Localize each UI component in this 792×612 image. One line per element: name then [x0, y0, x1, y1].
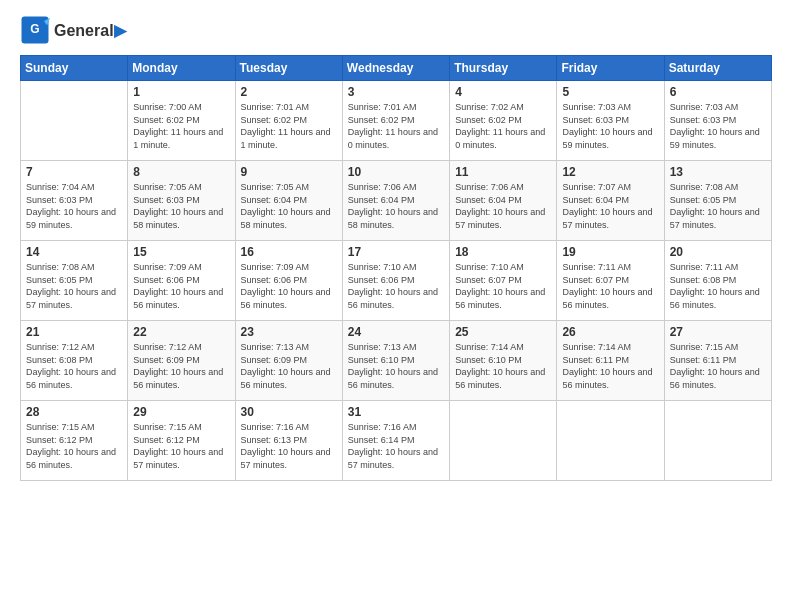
sunset-text: Sunset: 6:04 PM	[241, 195, 308, 205]
calendar-cell: 29 Sunrise: 7:15 AM Sunset: 6:12 PM Dayl…	[128, 401, 235, 481]
sunset-text: Sunset: 6:04 PM	[455, 195, 522, 205]
calendar-cell: 22 Sunrise: 7:12 AM Sunset: 6:09 PM Dayl…	[128, 321, 235, 401]
sunset-text: Sunset: 6:06 PM	[348, 275, 415, 285]
calendar-week-row: 28 Sunrise: 7:15 AM Sunset: 6:12 PM Dayl…	[21, 401, 772, 481]
day-info: Sunrise: 7:13 AM Sunset: 6:09 PM Dayligh…	[241, 341, 337, 391]
sunset-text: Sunset: 6:04 PM	[562, 195, 629, 205]
day-number: 30	[241, 405, 337, 419]
weekday-header: Friday	[557, 56, 664, 81]
day-info: Sunrise: 7:15 AM Sunset: 6:12 PM Dayligh…	[133, 421, 229, 471]
sunrise-text: Sunrise: 7:07 AM	[562, 182, 631, 192]
logo-icon: G	[20, 15, 50, 45]
calendar-cell: 16 Sunrise: 7:09 AM Sunset: 6:06 PM Dayl…	[235, 241, 342, 321]
sunset-text: Sunset: 6:10 PM	[455, 355, 522, 365]
day-info: Sunrise: 7:09 AM Sunset: 6:06 PM Dayligh…	[133, 261, 229, 311]
sunrise-text: Sunrise: 7:05 AM	[133, 182, 202, 192]
day-info: Sunrise: 7:16 AM Sunset: 6:14 PM Dayligh…	[348, 421, 444, 471]
sunset-text: Sunset: 6:10 PM	[348, 355, 415, 365]
calendar-page: G General▶ SundayMondayTuesdayWednesdayT…	[0, 0, 792, 612]
day-number: 31	[348, 405, 444, 419]
day-number: 2	[241, 85, 337, 99]
day-info: Sunrise: 7:12 AM Sunset: 6:09 PM Dayligh…	[133, 341, 229, 391]
day-number: 24	[348, 325, 444, 339]
sunset-text: Sunset: 6:08 PM	[670, 275, 737, 285]
sunset-text: Sunset: 6:09 PM	[133, 355, 200, 365]
sunrise-text: Sunrise: 7:01 AM	[241, 102, 310, 112]
day-number: 12	[562, 165, 658, 179]
calendar-cell: 25 Sunrise: 7:14 AM Sunset: 6:10 PM Dayl…	[450, 321, 557, 401]
daylight-text: Daylight: 10 hours and 58 minutes.	[241, 207, 331, 230]
daylight-text: Daylight: 10 hours and 57 minutes.	[670, 207, 760, 230]
sunset-text: Sunset: 6:12 PM	[26, 435, 93, 445]
weekday-header: Monday	[128, 56, 235, 81]
sunset-text: Sunset: 6:07 PM	[562, 275, 629, 285]
day-number: 10	[348, 165, 444, 179]
calendar-cell: 7 Sunrise: 7:04 AM Sunset: 6:03 PM Dayli…	[21, 161, 128, 241]
daylight-text: Daylight: 10 hours and 56 minutes.	[562, 287, 652, 310]
day-number: 9	[241, 165, 337, 179]
sunrise-text: Sunrise: 7:11 AM	[562, 262, 631, 272]
sunrise-text: Sunrise: 7:16 AM	[241, 422, 310, 432]
sunrise-text: Sunrise: 7:08 AM	[26, 262, 95, 272]
daylight-text: Daylight: 10 hours and 56 minutes.	[670, 287, 760, 310]
day-number: 5	[562, 85, 658, 99]
day-info: Sunrise: 7:07 AM Sunset: 6:04 PM Dayligh…	[562, 181, 658, 231]
day-number: 25	[455, 325, 551, 339]
day-number: 11	[455, 165, 551, 179]
calendar-cell	[21, 81, 128, 161]
weekday-header: Tuesday	[235, 56, 342, 81]
day-info: Sunrise: 7:15 AM Sunset: 6:12 PM Dayligh…	[26, 421, 122, 471]
sunrise-text: Sunrise: 7:15 AM	[670, 342, 739, 352]
sunset-text: Sunset: 6:11 PM	[670, 355, 737, 365]
sunrise-text: Sunrise: 7:10 AM	[455, 262, 524, 272]
day-info: Sunrise: 7:08 AM Sunset: 6:05 PM Dayligh…	[26, 261, 122, 311]
daylight-text: Daylight: 10 hours and 58 minutes.	[133, 207, 223, 230]
day-number: 8	[133, 165, 229, 179]
calendar-cell: 9 Sunrise: 7:05 AM Sunset: 6:04 PM Dayli…	[235, 161, 342, 241]
day-info: Sunrise: 7:04 AM Sunset: 6:03 PM Dayligh…	[26, 181, 122, 231]
calendar-cell: 6 Sunrise: 7:03 AM Sunset: 6:03 PM Dayli…	[664, 81, 771, 161]
daylight-text: Daylight: 11 hours and 1 minute.	[241, 127, 331, 150]
day-number: 26	[562, 325, 658, 339]
day-info: Sunrise: 7:16 AM Sunset: 6:13 PM Dayligh…	[241, 421, 337, 471]
daylight-text: Daylight: 10 hours and 57 minutes.	[133, 447, 223, 470]
calendar-week-row: 14 Sunrise: 7:08 AM Sunset: 6:05 PM Dayl…	[21, 241, 772, 321]
calendar-cell: 5 Sunrise: 7:03 AM Sunset: 6:03 PM Dayli…	[557, 81, 664, 161]
day-number: 28	[26, 405, 122, 419]
sunrise-text: Sunrise: 7:15 AM	[26, 422, 95, 432]
sunset-text: Sunset: 6:04 PM	[348, 195, 415, 205]
sunset-text: Sunset: 6:12 PM	[133, 435, 200, 445]
calendar-cell: 13 Sunrise: 7:08 AM Sunset: 6:05 PM Dayl…	[664, 161, 771, 241]
daylight-text: Daylight: 10 hours and 58 minutes.	[348, 207, 438, 230]
day-info: Sunrise: 7:01 AM Sunset: 6:02 PM Dayligh…	[348, 101, 444, 151]
calendar-cell: 21 Sunrise: 7:12 AM Sunset: 6:08 PM Dayl…	[21, 321, 128, 401]
daylight-text: Daylight: 10 hours and 59 minutes.	[670, 127, 760, 150]
daylight-text: Daylight: 10 hours and 57 minutes.	[26, 287, 116, 310]
calendar-cell: 31 Sunrise: 7:16 AM Sunset: 6:14 PM Dayl…	[342, 401, 449, 481]
daylight-text: Daylight: 10 hours and 56 minutes.	[455, 287, 545, 310]
daylight-text: Daylight: 10 hours and 57 minutes.	[241, 447, 331, 470]
day-number: 21	[26, 325, 122, 339]
sunset-text: Sunset: 6:13 PM	[241, 435, 308, 445]
sunrise-text: Sunrise: 7:15 AM	[133, 422, 202, 432]
sunset-text: Sunset: 6:02 PM	[133, 115, 200, 125]
sunset-text: Sunset: 6:03 PM	[670, 115, 737, 125]
day-number: 22	[133, 325, 229, 339]
day-info: Sunrise: 7:14 AM Sunset: 6:11 PM Dayligh…	[562, 341, 658, 391]
sunset-text: Sunset: 6:11 PM	[562, 355, 629, 365]
calendar-cell: 11 Sunrise: 7:06 AM Sunset: 6:04 PM Dayl…	[450, 161, 557, 241]
sunrise-text: Sunrise: 7:12 AM	[26, 342, 95, 352]
day-info: Sunrise: 7:03 AM Sunset: 6:03 PM Dayligh…	[562, 101, 658, 151]
calendar-cell: 30 Sunrise: 7:16 AM Sunset: 6:13 PM Dayl…	[235, 401, 342, 481]
day-info: Sunrise: 7:13 AM Sunset: 6:10 PM Dayligh…	[348, 341, 444, 391]
day-number: 13	[670, 165, 766, 179]
day-number: 16	[241, 245, 337, 259]
sunset-text: Sunset: 6:05 PM	[26, 275, 93, 285]
day-info: Sunrise: 7:12 AM Sunset: 6:08 PM Dayligh…	[26, 341, 122, 391]
calendar-cell: 19 Sunrise: 7:11 AM Sunset: 6:07 PM Dayl…	[557, 241, 664, 321]
daylight-text: Daylight: 10 hours and 56 minutes.	[348, 287, 438, 310]
sunrise-text: Sunrise: 7:03 AM	[562, 102, 631, 112]
day-info: Sunrise: 7:08 AM Sunset: 6:05 PM Dayligh…	[670, 181, 766, 231]
daylight-text: Daylight: 10 hours and 56 minutes.	[133, 287, 223, 310]
calendar-cell: 15 Sunrise: 7:09 AM Sunset: 6:06 PM Dayl…	[128, 241, 235, 321]
